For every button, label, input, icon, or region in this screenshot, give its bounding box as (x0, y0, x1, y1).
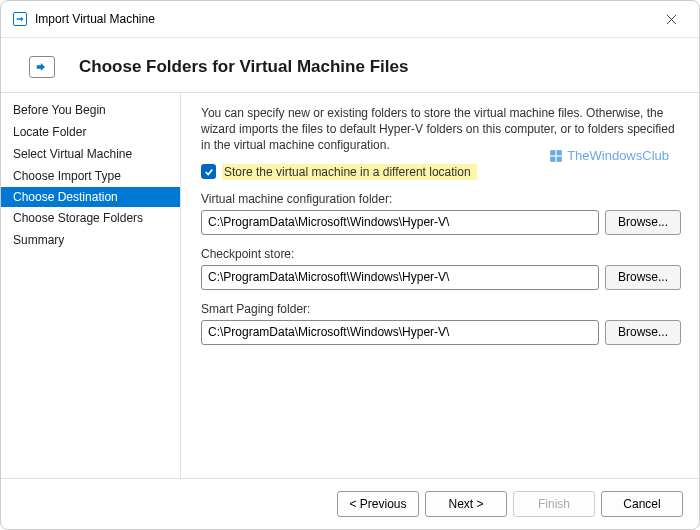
description-text: You can specify new or existing folders … (201, 105, 681, 154)
smart-paging-input[interactable] (201, 320, 599, 345)
content-pane: You can specify new or existing folders … (181, 93, 699, 478)
svg-rect-0 (550, 150, 555, 155)
close-icon (666, 14, 677, 25)
titlebar: Import Virtual Machine (1, 1, 699, 38)
config-folder-input[interactable] (201, 210, 599, 235)
sidebar-item-select-vm[interactable]: Select Virtual Machine (1, 143, 180, 165)
cancel-button[interactable]: Cancel (601, 491, 683, 517)
sidebar-item-choose-storage[interactable]: Choose Storage Folders (1, 207, 180, 229)
next-button[interactable]: Next > (425, 491, 507, 517)
sidebar-item-choose-destination[interactable]: Choose Destination (1, 187, 180, 207)
checkpoint-store-row: Browse... (201, 265, 681, 290)
checkpoint-store-input[interactable] (201, 265, 599, 290)
config-folder-row: Browse... (201, 210, 681, 235)
sidebar: Before You Begin Locate Folder Select Vi… (1, 93, 181, 478)
sidebar-item-before-you-begin[interactable]: Before You Begin (1, 99, 180, 121)
config-folder-label: Virtual machine configuration folder: (201, 192, 681, 206)
smart-paging-label: Smart Paging folder: (201, 302, 681, 316)
finish-button: Finish (513, 491, 595, 517)
close-button[interactable] (655, 9, 687, 29)
store-different-location-label: Store the virtual machine in a different… (222, 164, 477, 180)
checkpoint-store-label: Checkpoint store: (201, 247, 681, 261)
check-icon (204, 167, 214, 177)
sidebar-item-locate-folder[interactable]: Locate Folder (1, 121, 180, 143)
page-title: Choose Folders for Virtual Machine Files (79, 57, 408, 77)
sidebar-item-choose-import-type[interactable]: Choose Import Type (1, 165, 180, 187)
config-folder-browse-button[interactable]: Browse... (605, 210, 681, 235)
previous-button[interactable]: < Previous (337, 491, 419, 517)
wizard-icon (29, 56, 55, 78)
sidebar-item-summary[interactable]: Summary (1, 229, 180, 251)
footer: < Previous Next > Finish Cancel (1, 478, 699, 529)
store-different-location-checkbox[interactable] (201, 164, 216, 179)
checkpoint-store-browse-button[interactable]: Browse... (605, 265, 681, 290)
window-title: Import Virtual Machine (35, 12, 155, 26)
page-header: Choose Folders for Virtual Machine Files (1, 38, 699, 92)
store-different-location-row: Store the virtual machine in a different… (201, 164, 681, 180)
windows-icon (549, 149, 563, 163)
svg-rect-1 (557, 150, 562, 155)
smart-paging-browse-button[interactable]: Browse... (605, 320, 681, 345)
svg-rect-3 (557, 156, 562, 161)
body: Before You Begin Locate Folder Select Vi… (1, 93, 699, 478)
app-icon (13, 12, 27, 26)
svg-rect-2 (550, 156, 555, 161)
smart-paging-row: Browse... (201, 320, 681, 345)
watermark: TheWindowsClub (549, 148, 669, 163)
